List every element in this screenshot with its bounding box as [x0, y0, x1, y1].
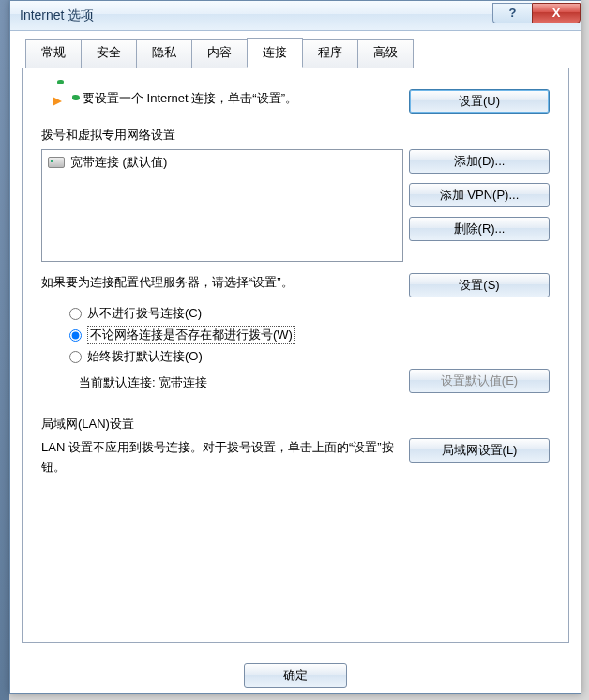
- list-item[interactable]: 宽带连接 (默认值): [48, 154, 397, 171]
- client-area: 常规 安全 隐私 内容 连接 程序 高级 要设置一个 Internet 连接，单…: [10, 31, 581, 693]
- dialog-window: Internet 选项 ? X 常规 安全 隐私 内容 连接 程序 高级: [9, 0, 581, 694]
- connection-settings-button[interactable]: 设置(S): [409, 273, 550, 297]
- background-strip: [0, 0, 9, 700]
- current-default-label: 当前默认连接: 宽带连接: [79, 374, 403, 393]
- tab-programs[interactable]: 程序: [302, 39, 358, 68]
- remove-button[interactable]: 删除(R)...: [409, 217, 550, 241]
- proxy-text: 如果要为连接配置代理服务器，请选择“设置”。: [41, 273, 403, 293]
- radio-whenever-row[interactable]: 不论网络连接是否存在都进行拨号(W): [69, 326, 550, 344]
- lan-settings-button[interactable]: 局域网设置(L): [409, 438, 550, 463]
- radio-never[interactable]: [69, 308, 82, 320]
- close-button[interactable]: X: [532, 3, 581, 23]
- radio-whenever-label: 不论网络连接是否存在都进行拨号(W): [87, 326, 295, 344]
- tab-strip: 常规 安全 隐私 内容 连接 程序 高级: [22, 38, 569, 68]
- help-button[interactable]: ?: [492, 3, 532, 23]
- titlebar: Internet 选项 ? X: [10, 1, 581, 31]
- tab-content[interactable]: 内容: [191, 39, 248, 68]
- setup-button[interactable]: 设置(U): [409, 89, 550, 114]
- tab-general[interactable]: 常规: [25, 39, 82, 68]
- lan-section-label: 局域网(LAN)设置: [41, 416, 550, 433]
- setup-row: 要设置一个 Internet 连接，单击“设置”。 设置(U): [41, 89, 550, 114]
- radio-whenever[interactable]: [69, 329, 82, 342]
- tab-panel-connections: 要设置一个 Internet 连接，单击“设置”。 设置(U) 拨号和虚拟专用网…: [22, 68, 569, 643]
- radio-always[interactable]: [69, 351, 82, 363]
- add-button[interactable]: 添加(D)...: [409, 149, 550, 174]
- radio-never-label: 从不进行拨号连接(C): [87, 305, 202, 322]
- dialup-listbox[interactable]: 宽带连接 (默认值): [41, 149, 403, 262]
- tab-advanced[interactable]: 高级: [357, 39, 414, 68]
- dialup-list-row: 宽带连接 (默认值) 添加(D)... 添加 VPN(P)... 删除(R)..…: [41, 149, 550, 262]
- proxy-row: 如果要为连接配置代理服务器，请选择“设置”。 设置(S): [41, 273, 550, 297]
- list-item-label: 宽带连接 (默认值): [70, 154, 167, 171]
- window-buttons: ? X: [492, 3, 581, 23]
- setup-text: 要设置一个 Internet 连接，单击“设置”。: [83, 89, 403, 109]
- window-title: Internet 选项: [20, 8, 492, 24]
- radio-always-row[interactable]: 始终拨打默认连接(O): [69, 348, 550, 365]
- dialup-section-label: 拨号和虚拟专用网络设置: [41, 127, 550, 144]
- radio-never-row[interactable]: 从不进行拨号连接(C): [69, 305, 550, 322]
- modem-icon: [48, 157, 65, 168]
- tab-security[interactable]: 安全: [81, 39, 137, 68]
- ok-button[interactable]: 确定: [244, 663, 347, 688]
- set-default-button: 设置默认值(E): [409, 369, 550, 393]
- lan-text: LAN 设置不应用到拨号连接。对于拨号设置，单击上面的“设置”按钮。: [41, 438, 403, 478]
- tab-privacy[interactable]: 隐私: [136, 39, 192, 68]
- radio-always-label: 始终拨打默认连接(O): [87, 348, 203, 365]
- tab-connections[interactable]: 连接: [247, 38, 303, 68]
- lan-row: LAN 设置不应用到拨号连接。对于拨号设置，单击上面的“设置”按钮。 局域网设置…: [41, 438, 550, 478]
- dialog-button-row: 确定: [10, 663, 581, 688]
- default-conn-row: 当前默认连接: 宽带连接 设置默认值(E): [41, 369, 550, 393]
- add-vpn-button[interactable]: 添加 VPN(P)...: [409, 183, 550, 207]
